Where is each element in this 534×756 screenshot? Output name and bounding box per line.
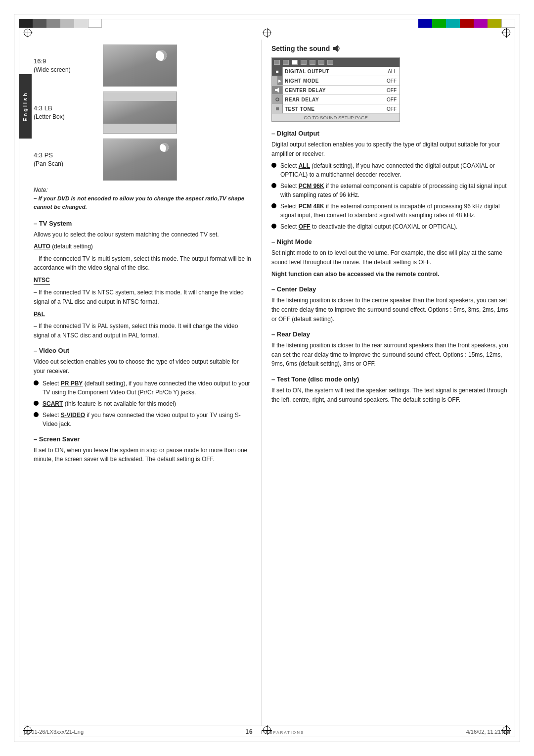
page-number: 16 [245,728,253,735]
svg-point-4 [276,98,279,101]
menu-value-3: OFF [382,96,400,103]
svg-rect-2 [275,89,277,91]
menu-icon-b [272,76,277,85]
tv-system-section: TV System Allows you to select the colou… [34,220,251,340]
menu-icon-a: ■ [272,67,283,76]
night-mode-heading: Night Mode [271,238,510,245]
reg-mark-tc [262,28,272,38]
auto-label: AUTO [34,243,50,250]
menu-value-1: OFF [382,77,400,85]
ntsc-line: NTSC [34,276,251,285]
pal-label: PAL [34,311,45,318]
bullet-svideo-text: Select S-VIDEO if you have connected the… [43,411,251,428]
screen-modes: 16:9 (Wide screen) 4:3 LB (Letter Box) [34,45,251,181]
screen-mode-169: 16:9 (Wide screen) [34,45,251,87]
auto-suffix: (default setting) [52,243,93,250]
night-function-text: Night function can also be accessed via … [271,270,510,279]
reg-mark-tr [501,28,511,38]
bullet-off-text: Select OFF to deactivate the digital out… [280,222,457,231]
menu-icon-7 [327,60,333,65]
setting-sound-label: Setting the sound [271,45,330,52]
mode-43lb-sub: (Letter Box) [34,113,98,121]
svg-marker-3 [277,88,279,93]
digital-output-heading: Digital Output [271,130,510,137]
thumb-43ps [103,139,177,181]
setting-sound-title: Setting the sound [271,45,510,52]
note-text: – If your DVD is not encoded to allow yo… [34,194,251,212]
digital-output-bullets: Select ALL (default setting), if you hav… [271,161,510,231]
menu-row-1: ▶ NIGHT MODE OFF [272,76,400,86]
ntsc-desc: – If the connected TV is NTSC system, se… [34,288,251,306]
svg-rect-5 [276,107,279,110]
menu-icon-6 [318,60,324,65]
test-tone-body: If set to ON, the system will test the s… [271,386,510,404]
footer-right: 4/16/02, 11:21 AM [466,729,510,735]
bullet-pcm48k-text: Select PCM 48K if the external component… [280,202,510,220]
screen-mode-43lb: 4:3 LB (Letter Box) [34,92,251,134]
bullet-dot-off [271,224,276,229]
sound-menu: ■ DIGITAL OUTPUT ALL ▶ NIGHT MODE OFF CE… [271,57,400,122]
menu-value-4: OFF [382,105,400,113]
center-delay-heading: Center Delay [271,285,510,293]
menu-row-2: CENTER DELAY OFF [272,86,400,95]
rear-delay-body: If the listening position is closer to t… [271,341,510,369]
mode-43ps-name: 4:3 PS [34,151,98,160]
bullet-pcm48k: Select PCM 48K if the external component… [271,202,510,220]
video-out-bullets: Select PR PBY (default setting), if you … [34,379,251,428]
rear-delay-heading: Rear Delay [271,331,510,338]
right-column: Setting the sound ■ DI [261,40,510,726]
menu-row-3: REAR DELAY OFF [272,95,400,104]
bullet-prpby-text: Select PR PBY (default setting), if you … [43,379,251,397]
footer-center-area: 16 Preparations [245,728,304,735]
bullet-scart-text: SCART (this feature is not available for… [43,399,176,408]
mode-169-name: 16:9 [34,57,98,66]
center-delay-body: If the listening position is closer to t… [271,296,510,324]
note-label: Note: [34,187,251,193]
screen-saver-heading: Screen Saver [34,435,251,443]
auto-line: AUTO (default setting) [34,242,251,251]
bullet-svideo: Select S-VIDEO if you have connected the… [34,411,251,428]
test-tone-section: Test Tone (disc mode only) If set to ON,… [271,376,510,404]
bullet-scart: SCART (this feature is not available for… [34,399,251,408]
menu-value-2: OFF [382,87,400,94]
bullet-dot-pcm96k [271,183,276,188]
bullet-prpby: Select PR PBY (default setting), if you … [34,379,251,397]
menu-row-0: ■ DIGITAL OUTPUT ALL [272,67,400,76]
menu-icon-4 [301,60,307,65]
menu-icon-2 [283,60,289,65]
pal-line: PAL [34,310,251,319]
ntsc-label: NTSC [34,276,50,285]
digital-output-section: Digital Output Digital output selection … [271,130,510,231]
menu-row-4: TEST TONE OFF [272,104,400,114]
menu-icon-d [272,95,283,104]
menu-label-0: DIGITAL OUTPUT [283,68,382,75]
menu-bottom: GO TO SOUND SETUP PAGE [272,114,400,121]
bullet-dot-pcm48k [271,203,276,208]
bullet-dot-3 [34,412,39,417]
bullet-dot-1 [34,380,39,385]
test-tone-heading: Test Tone (disc mode only) [271,376,510,383]
video-out-heading: Video Out [34,347,251,354]
menu-label-2: CENTER DELAY [283,87,382,94]
menu-label-3: REAR DELAY [283,96,382,103]
screen-mode-43ps: 4:3 PS (Pan Scan) [34,139,251,181]
menu-label-1: NIGHT MODE [283,77,382,85]
bullet-pcm96k: Select PCM 96K if the external component… [271,182,510,199]
bullet-pcm96k-text: Select PCM 96K if the external component… [280,182,510,199]
menu-icon-c [272,86,283,94]
menu-value-0: ALL [382,68,400,75]
menu-icon-e [272,104,283,113]
menu-icon-3 [292,60,298,65]
content-area: 16:9 (Wide screen) 4:3 LB (Letter Box) [34,40,510,726]
screen-saver-body: If set to ON, when you leave the system … [34,446,251,464]
video-out-section: Video Out Video out selection enables yo… [34,347,251,428]
night-mode-section: Night Mode Set night mode to on to level… [271,238,510,279]
footer-left: pg 01-26/LX3xxx/21-Eng [24,729,84,735]
night-mode-body: Set night mode to on to level out the vo… [271,248,510,267]
video-out-body: Video out selection enables you to choos… [34,357,251,376]
reg-mark-tl [23,28,33,38]
mode-169-sub: (Wide screen) [34,66,98,74]
digital-output-body: Digital output selection enables you to … [271,140,510,158]
menu-label-4: TEST TONE [283,105,382,113]
bullet-dot-all [271,163,276,168]
